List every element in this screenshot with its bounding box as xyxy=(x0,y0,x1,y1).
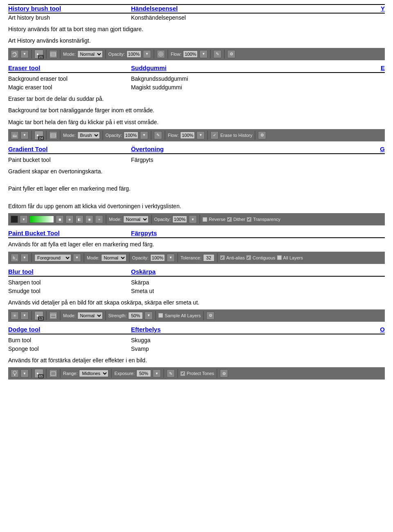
paint-bucket-sv: Färgpyts xyxy=(131,156,385,164)
gradient-subitems: Paint bucket tool Färgpyts xyxy=(8,156,385,164)
blur-strength-label: Strength: xyxy=(108,313,127,318)
history-brush-size-btn[interactable]: ● 21 xyxy=(34,50,43,59)
gradient-style5[interactable]: ⋄ xyxy=(95,215,103,223)
paint-bucket-arrow[interactable]: ▼ xyxy=(20,254,29,262)
sponge-sv: Svamp xyxy=(131,345,385,353)
pb-opacity-arrow[interactable]: ▼ xyxy=(167,254,175,262)
toolbar-divider-pb5 xyxy=(217,253,218,262)
pb-tolerance-input[interactable] xyxy=(203,254,215,261)
eraser-icon[interactable] xyxy=(11,131,19,139)
blur-sample-check[interactable] xyxy=(158,313,163,318)
eraser-header: Eraser tool Suddgummi E xyxy=(8,64,385,73)
toolbar-divider-e2 xyxy=(46,131,47,140)
blur-layers-icon[interactable] xyxy=(49,311,57,320)
fill-type-select[interactable]: Foreground xyxy=(34,254,71,261)
history-airbrush2-icon[interactable]: ✎ xyxy=(213,50,221,58)
history-brush-arrow[interactable]: ▼ xyxy=(20,50,29,58)
gradient-style1[interactable]: ◼ xyxy=(56,215,64,223)
dodge-exposure-arrow[interactable]: ▼ xyxy=(153,369,161,377)
blur-strength-arrow[interactable]: ▼ xyxy=(145,311,153,320)
gradient-arrow[interactable]: ▼ xyxy=(20,215,28,223)
eraser-size-btn[interactable]: ● 24 xyxy=(34,131,43,140)
gradient-opacity-label: Opacity: xyxy=(154,217,171,222)
gradient-mode-select[interactable]: Normal xyxy=(123,216,149,223)
toolbar-divider-e7 xyxy=(207,131,208,140)
blur-mode-select[interactable]: Normal xyxy=(77,312,103,319)
svg-rect-18 xyxy=(51,372,56,375)
eraser-opacity-arrow[interactable]: ▼ xyxy=(140,131,148,139)
gradient-transparency-check[interactable]: ✓ xyxy=(247,217,251,222)
dodge-layers-icon[interactable] xyxy=(49,369,57,377)
gradient-desc1: Gradient skapar en övertoningskarta. xyxy=(8,167,385,176)
sharpen-sv: Skärpa xyxy=(131,278,385,287)
gradient-style4[interactable]: ◉ xyxy=(85,215,93,223)
dodge-range-select[interactable]: Midtones xyxy=(79,370,108,377)
mode-select[interactable]: Normal xyxy=(77,50,103,58)
fill-type-arrow[interactable]: ▼ xyxy=(73,254,81,262)
paint-bucket-icon[interactable] xyxy=(11,254,19,262)
eraser-layers-icon[interactable] xyxy=(49,131,57,139)
blur-strength-input[interactable] xyxy=(128,312,143,319)
dodge-desc1: Används för att förstärka detaljer eller… xyxy=(8,356,385,365)
paint-bucket-header: Paint Bucket Tool Färgpyts xyxy=(8,230,385,238)
dodge-key: O xyxy=(360,326,385,333)
blur-icon[interactable] xyxy=(11,311,19,320)
eraser-airbrush-icon[interactable]: ✎ xyxy=(154,131,162,139)
eraser-flow-input[interactable] xyxy=(180,132,195,139)
eraser-history-label: Erase to History xyxy=(220,133,252,138)
magic-eraser-sv: Magiskt suddgummi xyxy=(131,83,385,92)
gradient-black-sq[interactable] xyxy=(11,216,18,223)
history-brush-airbrush-icon[interactable] xyxy=(157,50,165,58)
opacity-input[interactable] xyxy=(126,50,141,58)
blur-arrow[interactable]: ▼ xyxy=(20,311,29,320)
history-brush-section: History brush tool Händelsepensel Y Art … xyxy=(8,4,385,60)
eraser-brush2-icon[interactable]: ✓ xyxy=(210,131,219,139)
opacity-arrow[interactable]: ▼ xyxy=(143,50,151,58)
gradient-style2[interactable]: ◈ xyxy=(66,215,74,223)
dodge-size-btn[interactable]: ● 65 xyxy=(34,369,43,378)
burn-en: Burn tool xyxy=(8,336,131,345)
flow-input[interactable] xyxy=(183,50,198,58)
toolbar-divider-e8 xyxy=(255,131,255,140)
dodge-exposure-input[interactable] xyxy=(136,370,151,377)
eraser-options-icon[interactable]: ⚙ xyxy=(258,131,266,139)
dodge-protect-check[interactable]: ✓ xyxy=(181,371,185,376)
dodge-options-icon[interactable]: ⚙ xyxy=(220,369,228,377)
gradient-opacity-arrow[interactable]: ▼ xyxy=(189,215,197,223)
gradient-preview[interactable] xyxy=(29,216,54,223)
eraser-desc2: Background tar bort näraliggande färger … xyxy=(8,106,385,115)
toolbar-divider-1 xyxy=(31,50,32,59)
toolbar-divider-e5 xyxy=(151,131,151,140)
history-options-icon[interactable]: ⚙ xyxy=(227,50,235,58)
gradient-dither-check[interactable]: ✓ xyxy=(227,217,232,222)
eraser-mode-select[interactable]: Brush xyxy=(77,132,100,139)
eraser-flow-arrow[interactable]: ▼ xyxy=(196,131,205,139)
gradient-style3[interactable]: ◧ xyxy=(75,215,84,223)
eraser-desc3: Magic tar bort hela den färg du klickar … xyxy=(8,118,385,127)
pb-alllayers-check[interactable] xyxy=(277,255,282,260)
pb-contiguous-check[interactable]: ✓ xyxy=(246,255,251,260)
blur-sample-label: Sample All Layers xyxy=(165,313,201,318)
toolbar-divider-6 xyxy=(167,50,168,59)
dodge-arrow[interactable]: ▼ xyxy=(20,369,29,377)
pb-antialias-check[interactable]: ✓ xyxy=(220,255,225,260)
gradient-reverse-check[interactable] xyxy=(203,217,207,222)
pb-mode-select[interactable]: Normal xyxy=(101,254,126,261)
dodge-icon[interactable] xyxy=(11,369,19,377)
flow-arrow[interactable]: ▼ xyxy=(199,50,208,58)
gradient-swedish: Övertoning xyxy=(131,146,360,152)
history-brush-icon[interactable] xyxy=(11,50,19,58)
toolbar-divider-2 xyxy=(46,50,47,59)
toolbar-divider-e4 xyxy=(102,131,103,140)
blur-desc1: Används vid detaljer på en bild för att … xyxy=(8,298,385,307)
blur-options-icon[interactable]: ⚙ xyxy=(206,311,215,320)
eraser-arrow[interactable]: ▼ xyxy=(20,131,29,139)
history-brush-key: Y xyxy=(360,5,385,12)
dodge-airbrush-icon[interactable]: ✎ xyxy=(167,369,175,377)
blur-size-btn[interactable]: ● 13 xyxy=(34,311,43,320)
blur-toolbar: ▼ ● 13 Mode: Normal Strength: ▼ Sample A… xyxy=(8,309,385,322)
gradient-opacity-input[interactable] xyxy=(172,216,187,223)
history-brush-layers-icon[interactable] xyxy=(49,50,57,58)
eraser-opacity-input[interactable] xyxy=(124,132,138,139)
pb-opacity-input[interactable] xyxy=(150,254,165,261)
